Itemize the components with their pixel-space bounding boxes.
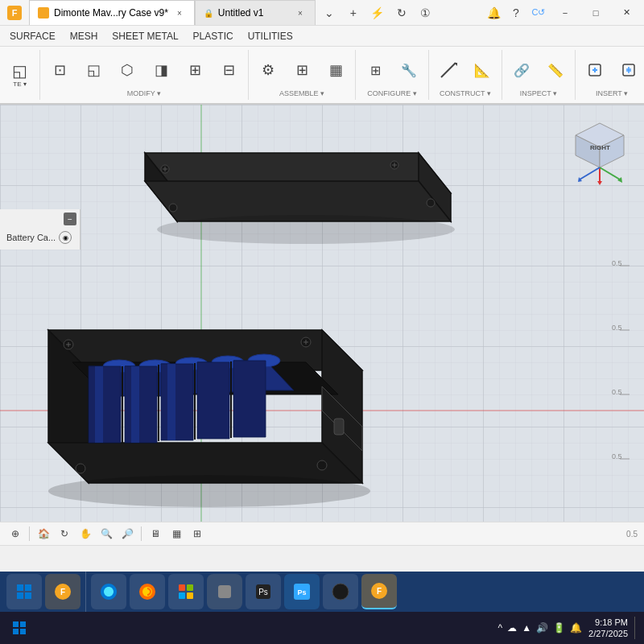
clock-date: 2/27/2025 <box>588 628 628 639</box>
shelf-app-photoshop[interactable]: Ps <box>284 574 320 609</box>
viewport[interactable]: 0.5 0.5 0.5 0.5 RIGHT − B <box>0 105 644 546</box>
user-btn[interactable]: C↺ <box>528 2 549 23</box>
pan-btn[interactable]: ✋ <box>76 525 94 543</box>
inspect-label[interactable]: INSPECT ▾ <box>506 89 572 98</box>
assemble-btn-1[interactable]: ⚙ <box>252 52 284 88</box>
tray-wifi-icon: ▲ <box>522 622 531 634</box>
svg-point-17 <box>169 204 177 212</box>
tray-chevron[interactable]: ^ <box>498 622 503 634</box>
toolbar-construct-group: 📐 CONSTRUCT ▾ <box>429 50 502 100</box>
tab-bolt-btn[interactable]: ⚡ <box>367 2 388 23</box>
construct-btn-1[interactable] <box>432 52 464 88</box>
shelf-app-windows[interactable] <box>6 574 42 609</box>
svg-rect-101 <box>20 621 26 627</box>
zoom-btn[interactable]: 🔎 <box>118 525 136 543</box>
menu-sheet-metal[interactable]: SHEET METAL <box>105 28 184 44</box>
shelf-app-gray[interactable] <box>207 574 242 609</box>
shelf-app-firefox[interactable] <box>130 574 165 609</box>
close-btn[interactable]: ✕ <box>612 2 641 24</box>
construct-label[interactable]: CONSTRUCT ▾ <box>432 89 498 98</box>
shelf-app-fusion2[interactable]: F <box>361 574 397 609</box>
create-btn[interactable]: ◱ TE ▾ <box>4 57 36 93</box>
assemble-btn-2[interactable]: ⊞ <box>286 52 318 88</box>
svg-point-61 <box>48 475 370 507</box>
menu-utilities[interactable]: UTILITIES <box>242 28 299 44</box>
insert-btn-1[interactable] <box>579 52 611 88</box>
svg-marker-41 <box>161 364 193 440</box>
add-view-btn[interactable]: ⊕ <box>6 525 24 543</box>
construct-btn-2[interactable]: 📐 <box>466 52 498 88</box>
tab-lock-icon: 🔒 <box>204 9 213 18</box>
create-label: TE ▾ <box>13 80 26 88</box>
toolbar: ◱ TE ▾ ⊡ ◱ ⬡ ◨ ⊞ ⊟ MODIFY ▾ ⚙ ⊞ ▦ ASSEMB… <box>0 47 644 105</box>
modify-btn-2[interactable]: ◱ <box>77 52 109 88</box>
modify-btn-5[interactable]: ⊞ <box>179 52 211 88</box>
start-btn[interactable] <box>5 613 34 642</box>
svg-marker-44 <box>95 366 103 443</box>
modify-btn-1[interactable]: ⊡ <box>43 52 76 88</box>
app-icon: F <box>3 2 26 24</box>
tab-clock-btn[interactable]: ① <box>415 2 436 23</box>
shelf-app-dark[interactable] <box>323 574 358 609</box>
grid-btn[interactable]: ▦ <box>167 525 185 543</box>
configure-btn-1[interactable]: ⊞ <box>359 52 391 88</box>
home-view-btn[interactable]: 🏠 <box>35 525 52 543</box>
display-mode-btn[interactable]: 🖥 <box>147 525 164 543</box>
help-btn[interactable]: ? <box>506 2 526 23</box>
shelf-app-fusion[interactable]: F <box>45 574 80 609</box>
window-controls: 🔔 ? C↺ − □ ✕ <box>483 2 641 24</box>
menu-surface[interactable]: SURFACE <box>3 28 62 44</box>
insert-btn-2[interactable] <box>613 52 644 88</box>
inspect-btn-2[interactable]: 📏 <box>539 52 572 88</box>
toolbar-assemble-group: ⚙ ⊞ ▦ ASSEMBLE ▾ <box>249 50 356 100</box>
svg-rect-80 <box>17 584 23 591</box>
notification-bell-btn[interactable]: 🔔 <box>483 2 504 23</box>
tab-active-close[interactable]: × <box>173 6 186 19</box>
grid2-btn[interactable]: ⊞ <box>188 525 206 543</box>
tab-inactive[interactable]: 🔒 Untitled v1 × <box>195 0 316 25</box>
taskbar: ^ ☁ ▲ 🔊 🔋 🔔 9:18 PM 2/27/2025 <box>0 612 644 644</box>
model-canvas[interactable]: 0.5 0.5 0.5 0.5 RIGHT <box>0 105 644 546</box>
battery-car-label: Battery Ca... <box>6 233 56 242</box>
taskbar-show-desktop[interactable] <box>634 617 639 639</box>
configure-label[interactable]: CONFIGURE ▾ <box>359 89 425 98</box>
tab-inactive-close[interactable]: × <box>294 6 307 19</box>
taskbar-clock[interactable]: 9:18 PM 2/27/2025 <box>588 617 628 640</box>
insert-label[interactable]: INSERT ▾ <box>579 89 644 98</box>
assemble-label[interactable]: ASSEMBLE ▾ <box>252 89 352 98</box>
minimize-btn[interactable]: − <box>551 2 580 24</box>
svg-text:F: F <box>60 588 65 597</box>
tab-inactive-label: Untitled v1 <box>218 7 264 19</box>
browser-item-battery-car[interactable]: Battery Ca... ◉ <box>3 229 76 246</box>
modify-label[interactable]: MODIFY ▾ <box>43 89 245 98</box>
system-tray: ^ ☁ ▲ 🔊 🔋 🔔 <box>498 622 583 634</box>
zoom-fit-btn[interactable]: 🔍 <box>97 525 115 543</box>
shelf-app-edge[interactable] <box>91 574 126 609</box>
menu-mesh[interactable]: MESH <box>64 28 105 44</box>
orbit-btn[interactable]: ↻ <box>56 525 73 543</box>
tab-chevron-btn[interactable]: ⌄ <box>319 2 340 23</box>
tray-volume-icon[interactable]: 🔊 <box>536 622 548 634</box>
modify-btn-4[interactable]: ◨ <box>145 52 177 88</box>
modify-btn-6[interactable]: ⊟ <box>213 52 245 88</box>
modify-tools: ⊡ ◱ ⬡ ◨ ⊞ ⊟ <box>43 52 245 89</box>
maximize-btn[interactable]: □ <box>581 2 610 24</box>
svg-marker-39 <box>89 366 121 443</box>
svg-text:0.5: 0.5 <box>612 388 622 396</box>
assemble-btn-3[interactable]: ▦ <box>320 52 352 88</box>
tab-add-btn[interactable]: + <box>343 2 364 23</box>
menu-plastic[interactable]: PLASTIC <box>187 28 240 44</box>
shelf-app-black[interactable]: Ps <box>246 574 281 609</box>
configure-btn-2[interactable]: 🔧 <box>393 52 425 88</box>
svg-text:0.5: 0.5 <box>612 259 622 267</box>
panel-collapse-btn[interactable]: − <box>64 213 76 225</box>
tab-active[interactable]: Dimonte Mav...ry Case v9* × <box>29 0 195 25</box>
tray-notification-icon[interactable]: 🔔 <box>570 622 582 634</box>
tab-refresh-btn[interactable]: ↻ <box>391 2 412 23</box>
visibility-eye-icon[interactable]: ◉ <box>59 231 72 244</box>
modify-btn-3[interactable]: ⬡ <box>111 52 143 88</box>
svg-text:RIGHT: RIGHT <box>590 144 610 151</box>
inspect-btn-1[interactable]: 🔗 <box>506 52 538 88</box>
svg-text:0.5: 0.5 <box>612 324 622 332</box>
shelf-app-store[interactable] <box>168 574 204 609</box>
